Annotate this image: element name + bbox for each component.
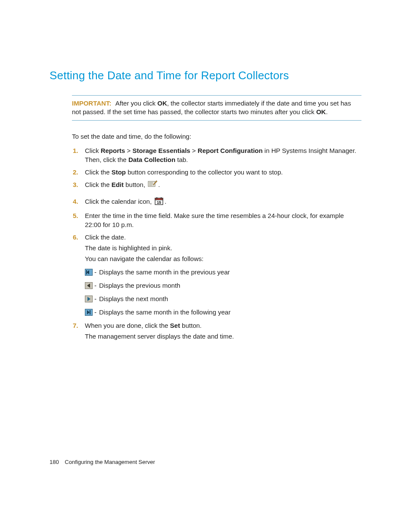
svg-rect-7 [156,197,157,199]
intro-text: To set the date and time, do the followi… [72,133,361,140]
step-4: Click the calendar icon, 15 . [85,197,361,208]
prev-month-icon [85,282,93,289]
calendar-icon: 15 [154,197,164,208]
svg-text:15: 15 [157,200,161,205]
important-text-1: After you click [115,100,158,107]
footer-section: Configuring the Management Server [65,459,155,465]
svg-rect-12 [86,270,87,274]
page-number: 180 [50,459,59,465]
ok-bold-2: OK [316,108,326,115]
important-label: IMPORTANT: [72,100,111,107]
nav-prev-year: - Displays the same month in the previou… [85,268,361,277]
important-callout: IMPORTANT: After you click OK, the colle… [72,95,361,121]
nav-next-year: - Displays the same month in the followi… [85,308,361,317]
step-list: Click Reports > Storage Essentials > Rep… [72,146,361,341]
important-text-2: , the collector starts immediately if th… [72,100,351,115]
step-5: Enter the time in the time field. Make s… [85,211,361,229]
edit-icon [148,180,157,190]
step-2: Click the Stop button corresponding to t… [85,168,361,177]
calendar-nav-list: - Displays the same month in the previou… [85,268,361,317]
next-month-icon [85,296,93,302]
next-year-icon [85,309,93,316]
step-6: Click the date. The date is highlighted … [85,233,361,317]
important-text-3: . [326,108,327,115]
svg-rect-8 [161,197,162,199]
page-footer: 180 Configuring the Management Server [50,459,155,465]
prev-year-icon [85,269,93,276]
ok-bold-1: OK [157,100,167,107]
nav-next-month: - Displays the next month [85,294,361,303]
step-3: Click the Edit button, . [85,180,361,190]
nav-prev-month: - Displays the previous month [85,281,361,290]
page-title: Setting the Date and Time for Report Col… [50,69,361,82]
step-7: When you are done, click the Set button.… [85,321,361,341]
step-1: Click Reports > Storage Essentials > Rep… [85,146,361,164]
svg-rect-6 [155,198,163,200]
svg-rect-19 [90,310,90,314]
document-page: Setting the Date and Time for Report Col… [0,0,411,532]
